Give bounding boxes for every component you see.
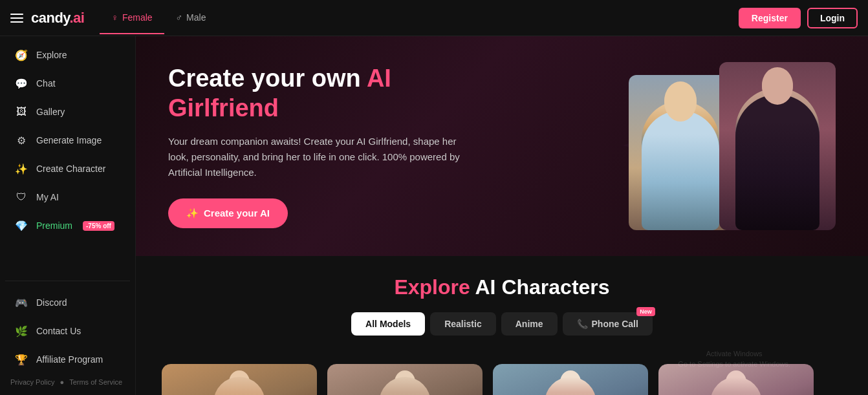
generate-image-icon: ⚙ xyxy=(14,133,28,147)
nav-tab-male[interactable]: ♂ Male xyxy=(164,2,218,34)
char-card-2[interactable]: 💬 xyxy=(327,364,483,395)
chat-icon: 💬 xyxy=(14,76,28,91)
premium-badge: -75% off xyxy=(83,221,114,231)
hero-images xyxy=(629,62,836,230)
sidebar-footer: Privacy Policy ● Terms of Service xyxy=(5,374,130,390)
nav-female-label: Female xyxy=(122,12,153,23)
affiliate-icon: 🏆 xyxy=(14,352,28,367)
my-ai-icon: 🛡 xyxy=(14,190,28,204)
sidebar-item-generate-image[interactable]: ⚙ Generate Image xyxy=(5,127,130,154)
hero-section: Create your own AI Girlfriend Your dream… xyxy=(136,36,868,256)
logo[interactable]: candy.ai xyxy=(31,10,84,27)
hero-description: Your dream companion awaits! Create your… xyxy=(168,134,466,180)
hero-character-1 xyxy=(629,75,732,230)
premium-icon: 💎 xyxy=(14,219,28,233)
character-cards: 💬 💬 💬 xyxy=(136,364,868,395)
sidebar-create-character-label: Create Character xyxy=(36,164,105,174)
sidebar-item-contact-us[interactable]: 🌿 Contact Us xyxy=(5,317,130,345)
sidebar-bottom: 🎮 Discord 🌿 Contact Us 🏆 Affiliate Progr… xyxy=(5,286,130,374)
hero-title-ai: AI xyxy=(367,65,391,92)
sidebar: 🧭 Explore 💬 Chat 🖼 Gallery ⚙ Generate Im… xyxy=(0,36,136,395)
sidebar-item-chat[interactable]: 💬 Chat xyxy=(5,70,130,97)
main-content: Create your own AI Girlfriend Your dream… xyxy=(136,36,868,395)
male-icon: ♂ xyxy=(176,12,183,23)
phone-call-icon: 📞 xyxy=(577,319,588,329)
filter-phone-call[interactable]: 📞 Phone Call New xyxy=(563,312,653,336)
sidebar-item-affiliate[interactable]: 🏆 Affiliate Program xyxy=(5,346,130,373)
sidebar-my-ai-label: My AI xyxy=(36,192,59,202)
filter-anime[interactable]: Anime xyxy=(501,312,558,336)
sidebar-affiliate-label: Affiliate Program xyxy=(36,354,103,365)
filter-realistic[interactable]: Realistic xyxy=(430,312,496,336)
sidebar-item-gallery[interactable]: 🖼 Gallery xyxy=(5,98,130,125)
sidebar-contact-label: Contact Us xyxy=(36,326,81,336)
explore-section: Explore AI Characters All Models Realist… xyxy=(136,256,868,364)
sidebar-premium-label: Premium xyxy=(36,220,72,231)
hero-title-girlfriend: Girlfriend xyxy=(168,94,279,122)
char-card-4[interactable]: 💬 xyxy=(658,364,814,395)
hero-title: Create your own AI Girlfriend xyxy=(168,64,466,123)
register-button[interactable]: Register xyxy=(739,8,801,28)
header: candy.ai ♀ Female ♂ Male Register Login xyxy=(0,0,868,36)
filter-all-models[interactable]: All Models xyxy=(351,312,425,336)
create-ai-button[interactable]: ✨ Create your AI xyxy=(168,198,288,228)
filter-tabs: All Models Realistic Anime 📞 Phone Call … xyxy=(162,312,842,336)
create-character-icon: ✨ xyxy=(14,162,28,176)
hamburger-button[interactable] xyxy=(10,14,23,23)
create-ai-label: Create your AI xyxy=(204,208,270,219)
explore-title-suffix: AI Characters xyxy=(470,275,610,299)
char-card-3[interactable]: 💬 xyxy=(493,364,648,395)
contact-icon: 🌿 xyxy=(14,324,28,338)
explore-icon: 🧭 xyxy=(14,48,28,62)
body-wrap: 🧭 Explore 💬 Chat 🖼 Gallery ⚙ Generate Im… xyxy=(0,36,868,395)
sidebar-item-create-character[interactable]: ✨ Create Character xyxy=(5,155,130,182)
terms-of-service-link[interactable]: Terms of Service xyxy=(69,378,122,386)
explore-title: Explore AI Characters xyxy=(162,275,842,299)
sidebar-explore-label: Explore xyxy=(36,50,67,60)
sidebar-discord-label: Discord xyxy=(36,297,67,308)
nav-tab-female[interactable]: ♀ Female xyxy=(100,2,164,34)
gallery-icon: 🖼 xyxy=(14,105,28,119)
logo-text: candy xyxy=(31,10,69,26)
sidebar-top: 🧭 Explore 💬 Chat 🖼 Gallery ⚙ Generate Im… xyxy=(5,41,130,275)
sidebar-item-my-ai[interactable]: 🛡 My AI xyxy=(5,184,130,211)
logo-suffix: .ai xyxy=(69,10,84,26)
hero-text: Create your own AI Girlfriend Your dream… xyxy=(168,64,466,228)
nav-male-label: Male xyxy=(186,12,206,23)
new-badge: New xyxy=(636,307,655,316)
sidebar-divider xyxy=(5,281,130,281)
char-card-1[interactable]: 💬 xyxy=(162,364,317,395)
header-nav: ♀ Female ♂ Male xyxy=(100,2,217,34)
explore-title-highlight: Explore xyxy=(394,275,470,299)
create-ai-icon: ✨ xyxy=(186,208,199,219)
sidebar-gallery-label: Gallery xyxy=(36,107,65,117)
header-right: Register Login xyxy=(739,8,858,28)
female-icon: ♀ xyxy=(111,12,118,23)
privacy-policy-link[interactable]: Privacy Policy xyxy=(10,378,54,386)
discord-icon: 🎮 xyxy=(14,295,28,310)
footer-separator: ● xyxy=(60,378,64,386)
sidebar-chat-label: Chat xyxy=(36,78,56,89)
hero-title-prefix: Create your own xyxy=(168,65,367,92)
sidebar-item-discord[interactable]: 🎮 Discord xyxy=(5,289,130,316)
sidebar-item-explore[interactable]: 🧭 Explore xyxy=(5,41,130,69)
sidebar-generate-label: Generate Image xyxy=(36,135,102,145)
phone-call-label: Phone Call xyxy=(592,319,638,329)
login-button[interactable]: Login xyxy=(807,8,858,28)
header-left: candy.ai xyxy=(10,10,84,27)
sidebar-item-premium[interactable]: 💎 Premium -75% off xyxy=(5,212,130,239)
hero-character-2 xyxy=(719,62,836,230)
